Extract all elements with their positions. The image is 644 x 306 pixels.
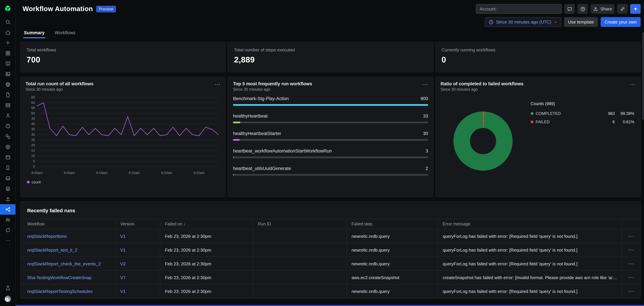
column-header-failed-on[interactable]: Failed on↓ xyxy=(160,219,253,229)
sidebar-item-web[interactable] xyxy=(0,79,16,90)
stat-label: Total number of steps executed xyxy=(234,47,427,52)
row-menu-button[interactable]: ··· xyxy=(628,247,634,253)
error-message-cell: queryForLog has failed with error: [Requ… xyxy=(438,257,622,271)
bar-value: 900 xyxy=(420,96,428,101)
column-header-failed-step[interactable]: Failed step xyxy=(347,219,438,229)
sidebar-item-stacks[interactable] xyxy=(0,183,16,194)
bar-item[interactable]: Benchmark-Stg-Play-Action900 xyxy=(233,96,428,106)
sidebar-item-home[interactable] xyxy=(0,27,16,38)
workflow-link[interactable]: nrqlSlackReportTestingSchedules xyxy=(27,289,92,294)
svg-text:50: 50 xyxy=(31,111,35,115)
legend-dot xyxy=(530,112,533,115)
preview-badge: Preview xyxy=(96,5,116,12)
tab-workflows[interactable]: Workflows xyxy=(54,28,76,38)
workflow-link[interactable]: nrqlSlackReportbmn xyxy=(27,234,67,239)
sidebar-item-lab[interactable] xyxy=(0,283,16,293)
chat-icon xyxy=(567,6,572,11)
card-menu-button[interactable]: ··· xyxy=(422,81,428,87)
recently-failed-runs-card: Recently failed runs Workflow Version Fa… xyxy=(20,201,641,299)
failed-step-cell: newrelic.nrdb.query xyxy=(347,243,438,257)
tab-summary[interactable]: Summary xyxy=(23,28,45,38)
bar-item[interactable]: heartbeat_workflowAutomationStartWorkflo… xyxy=(233,148,428,158)
bar-item[interactable]: healthyHeartbeatStarter30 xyxy=(233,131,428,141)
feedback-button[interactable] xyxy=(564,4,575,14)
row-menu-button[interactable]: ··· xyxy=(628,275,634,281)
row-menu-button[interactable]: ··· xyxy=(628,288,634,294)
legend-dot xyxy=(27,181,30,183)
run-id-cell xyxy=(253,257,347,271)
version-link[interactable]: V2 xyxy=(120,261,126,266)
bar-track xyxy=(233,104,428,106)
sidebar-item-packages[interactable] xyxy=(0,131,16,142)
sidebar-item-explorer[interactable] xyxy=(0,58,16,69)
row-menu-button[interactable]: ··· xyxy=(628,261,634,267)
legend-row-completed[interactable]: COMPLETED98399.39% xyxy=(530,111,634,116)
sidebar-item-apm[interactable] xyxy=(0,110,16,121)
sidebar-item-browser[interactable] xyxy=(0,152,16,163)
version-link[interactable]: V7 xyxy=(120,275,126,280)
column-header-error-message[interactable]: Error message xyxy=(438,219,622,229)
workflow-cell: nrqlSlackReport_check_the_events_2 xyxy=(20,257,116,271)
card-menu-button[interactable]: ··· xyxy=(215,81,221,87)
card-menu-button[interactable]: ··· xyxy=(630,81,636,87)
svg-text:35: 35 xyxy=(31,127,35,131)
sidebar-item-alerts[interactable] xyxy=(0,121,16,131)
sidebar-item-inbox[interactable] xyxy=(0,173,16,183)
copy-link-button[interactable] xyxy=(617,4,628,14)
run-id-cell xyxy=(253,243,347,257)
sidebar-item-logs[interactable] xyxy=(0,90,16,100)
sidebar-item-dashboards[interactable] xyxy=(0,69,16,79)
top-controls-row-1: Account: Share xyxy=(476,4,641,14)
user-avatar[interactable] xyxy=(4,296,11,302)
sidebar-item-teams[interactable] xyxy=(0,215,16,225)
sidebar-item-search[interactable] xyxy=(0,17,16,27)
bar-fill xyxy=(233,157,234,158)
sidebar-item-goals[interactable] xyxy=(0,142,16,152)
alerts-icon xyxy=(5,123,10,129)
row-actions-cell: ··· xyxy=(622,271,641,284)
donut-chart[interactable] xyxy=(453,111,512,171)
account-input[interactable]: Account: xyxy=(476,4,562,14)
workflow-link[interactable]: nrqlSlackReport_test_it_2 xyxy=(27,247,77,253)
error-message-cell: queryForLog has failed with error: [Requ… xyxy=(438,243,622,257)
sidebar-item-lists[interactable] xyxy=(0,100,16,110)
sidebar-bottom xyxy=(0,283,16,306)
browser-icon xyxy=(5,155,10,160)
version-link[interactable]: V1 xyxy=(120,234,126,239)
sidebar-item-mobile[interactable] xyxy=(0,163,16,173)
sidebar-item-sync[interactable] xyxy=(0,225,16,236)
assistant-button[interactable] xyxy=(630,4,641,14)
sidebar-item-more[interactable] xyxy=(0,236,16,246)
create-your-own-button[interactable]: Create your own xyxy=(600,17,641,27)
sidebar-item-entities[interactable] xyxy=(0,48,16,58)
bar-item[interactable]: heartbeat_utilsUuidGenerate2 xyxy=(233,166,428,176)
chart-subtitle: Since 30 minutes ago xyxy=(440,87,524,91)
column-header-version[interactable]: Version xyxy=(116,219,160,229)
bar-item[interactable]: healthyHeartbeat33 xyxy=(233,114,428,123)
use-template-button[interactable]: Use template xyxy=(564,17,598,27)
workflow-link[interactable]: Sha-TestingWorkflowCreateSnap xyxy=(27,275,92,280)
column-header-run-id[interactable]: Run ID xyxy=(253,219,347,229)
bottom-edge-line xyxy=(16,305,644,306)
share-button[interactable]: Share xyxy=(591,4,614,14)
column-header-workflow[interactable]: Workflow xyxy=(20,219,116,229)
time-picker-button[interactable]: Since 30 minutes ago (UTC) xyxy=(485,17,561,27)
version-link[interactable]: V1 xyxy=(120,247,126,253)
version-cell: V2 xyxy=(116,257,160,271)
workflow-cell: nrqlSlackReportTestingSchedules xyxy=(20,284,116,298)
sidebar-item-traces[interactable] xyxy=(0,194,16,204)
new-relic-logo[interactable] xyxy=(0,0,16,17)
failed-on-cell: Feb 23, 2026 at 2:30pm xyxy=(160,257,253,271)
more-icon xyxy=(5,238,10,244)
sidebar-item-add[interactable] xyxy=(0,38,16,48)
line-chart[interactable]: 051015202530354045505560659:00am9:05am9:… xyxy=(26,95,221,179)
version-link[interactable]: V1 xyxy=(120,289,126,294)
help-button[interactable] xyxy=(578,4,588,14)
row-menu-button[interactable]: ··· xyxy=(628,233,634,239)
donut-wrap: Counts (989) COMPLETED98399.39%FAILED60.… xyxy=(440,94,636,171)
legend-row-failed[interactable]: FAILED60.61% xyxy=(530,120,634,124)
sidebar-item-workflow-automation[interactable] xyxy=(0,204,16,215)
lab-icon xyxy=(5,285,10,291)
workflow-link[interactable]: nrqlSlackReport_check_the_events_2 xyxy=(27,261,101,266)
scrollbar-thumb[interactable] xyxy=(642,32,644,120)
